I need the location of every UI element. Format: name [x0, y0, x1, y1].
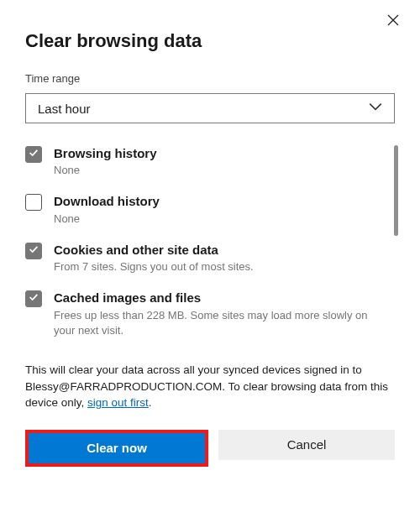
clear-now-highlight: Clear now — [25, 430, 208, 467]
check-icon — [28, 243, 39, 259]
options-scroll-area: Browsing history None Download history N… — [25, 145, 395, 338]
checkbox-download-history[interactable] — [25, 194, 42, 211]
check-icon — [28, 147, 39, 162]
sign-out-link[interactable]: sign out first — [87, 396, 149, 409]
option-title: Download history — [54, 193, 160, 210]
sync-warning-note: This will clear your data across all you… — [25, 362, 395, 411]
option-subtitle: Frees up less than 228 MB. Some sites ma… — [54, 308, 375, 338]
option-cookies: Cookies and other site data From 7 sites… — [25, 242, 375, 274]
option-subtitle: None — [54, 163, 157, 178]
dialog-title: Clear browsing data — [25, 30, 395, 52]
checkbox-cached-images[interactable] — [25, 290, 42, 307]
close-icon — [386, 13, 400, 30]
note-text-pre: This will clear your data across all you… — [25, 363, 388, 409]
option-download-history: Download history None — [25, 193, 375, 226]
option-title: Browsing history — [54, 145, 157, 162]
check-icon — [28, 291, 39, 306]
checkbox-cookies[interactable] — [25, 243, 42, 259]
checkbox-browsing-history[interactable] — [25, 146, 42, 163]
option-title: Cached images and files — [54, 290, 375, 306]
time-range-select[interactable]: Last hour — [25, 93, 395, 123]
option-subtitle: None — [54, 212, 160, 227]
dialog-buttons: Clear now Cancel — [25, 430, 395, 467]
option-subtitle: From 7 sites. Signs you out of most site… — [54, 259, 254, 274]
option-title: Cookies and other site data — [54, 242, 254, 259]
note-text-post: . — [149, 396, 152, 409]
close-button[interactable] — [385, 13, 402, 30]
cancel-button[interactable]: Cancel — [218, 430, 395, 460]
scrollbar-thumb[interactable] — [394, 145, 398, 236]
time-range-value: Last hour — [38, 102, 91, 116]
clear-now-button[interactable]: Clear now — [29, 433, 205, 463]
time-range-label: Time range — [25, 72, 395, 85]
option-browsing-history: Browsing history None — [25, 145, 375, 178]
option-cached-images: Cached images and files Frees up less th… — [25, 290, 375, 338]
